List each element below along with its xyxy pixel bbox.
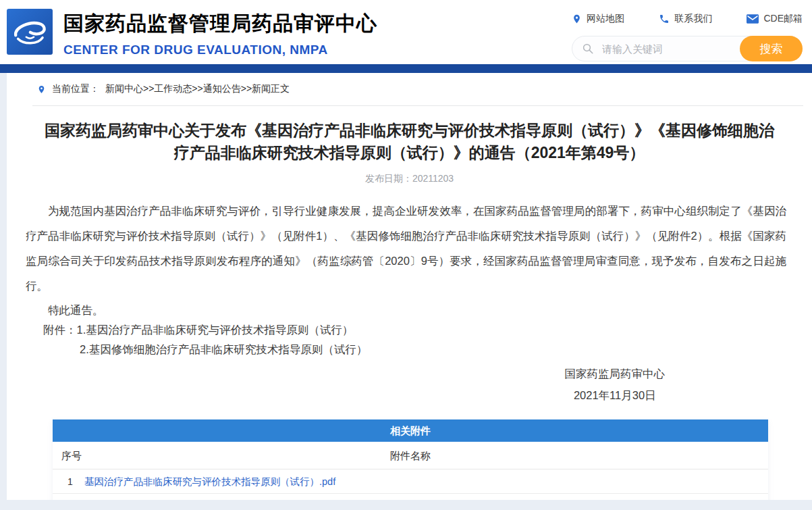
signature-block: 国家药监局药审中心 2021年11月30日	[565, 363, 666, 406]
publish-date: 发布日期：20211203	[7, 173, 812, 185]
contact-link-label: 联系我们	[674, 13, 712, 25]
row-number: 2	[67, 494, 73, 500]
table-row: 1 基因治疗产品非临床研究与评价技术指导原则（试行）.pdf	[53, 469, 768, 494]
breadcrumb-pin-icon	[37, 84, 46, 95]
location-pin-icon	[572, 14, 582, 24]
swan-logo-icon	[12, 17, 47, 47]
row-number: 1	[67, 469, 73, 494]
search-button[interactable]: 搜索	[740, 36, 803, 61]
signature-date: 2021年11月30日	[565, 384, 666, 406]
breadcrumb: 当前位置： 新闻中心>>工作动态>>通知公告>>新闻正文	[7, 73, 812, 95]
attachments-table: 相关附件 序号 附件名称 1 基因治疗产品非临床研究与评价技术指导原则（试行）.…	[53, 419, 768, 500]
publish-date-value: 20211203	[412, 173, 454, 184]
breadcrumb-divider	[32, 105, 803, 106]
cde-logo	[7, 9, 53, 55]
envelope-icon	[747, 14, 759, 24]
publish-date-label: 发布日期：	[365, 173, 412, 184]
signature-org: 国家药监局药审中心	[565, 363, 666, 384]
breadcrumb-label: 当前位置：	[52, 83, 99, 95]
brand-text: 国家药品监督管理局药品审评中心 CENTER FOR DRUG EVALUATI…	[63, 10, 377, 57]
org-title: 国家药品监督管理局药品审评中心	[63, 10, 377, 38]
article-title: 国家药监局药审中心关于发布《基因治疗产品非临床研究与评价技术指导原则（试行）》《…	[44, 120, 775, 164]
attachment-note-1: 附件：1.基因治疗产品非临床研究与评价技术指导原则（试行）	[26, 320, 786, 340]
attachment-note-2: 2.基因修饰细胞治疗产品非临床研究技术指导原则（试行）	[26, 340, 786, 359]
attachments-table-header-row: 序号 附件名称	[53, 442, 768, 469]
cde-mail-link[interactable]: CDE邮箱	[747, 13, 803, 25]
attachment-pdf-link[interactable]: 基因治疗产品非临床研究与评价技术指导原则（试行）.pdf	[84, 476, 335, 487]
table-row: 2 基因修饰细胞治疗产品非临床研究技术指导原则（试行）.pdf	[53, 494, 768, 500]
sitemap-link[interactable]: 网站地图	[572, 13, 624, 25]
sitemap-link-label: 网站地图	[587, 13, 624, 25]
nav-bar	[0, 64, 812, 73]
article-paragraph: 为规范国内基因治疗产品非临床研究与评价，引导行业健康发展，提高企业研发效率，在国…	[26, 199, 786, 299]
page-shell: 当前位置： 新闻中心>>工作动态>>通知公告>>新闻正文 国家药监局药审中心关于…	[0, 73, 812, 510]
article-body: 为规范国内基因治疗产品非临床研究与评价，引导行业健康发展，提高企业研发效率，在国…	[26, 199, 786, 406]
breadcrumb-path[interactable]: 新闻中心>>工作动态>>通知公告>>新闻正文	[105, 83, 290, 95]
notice-line: 特此通告。	[26, 301, 786, 320]
content-panel: 当前位置： 新闻中心>>工作动态>>通知公告>>新闻正文 国家药监局药审中心关于…	[7, 73, 812, 500]
search-bar: 搜索	[572, 36, 803, 61]
column-header-no: 序号	[61, 442, 82, 469]
org-subtitle: CENTER FOR DRUG EVALUATION, NMPA	[63, 43, 377, 57]
header-right: 网站地图 联系我们 CDE邮箱 搜索	[572, 0, 803, 61]
cde-mail-link-label: CDE邮箱	[763, 13, 803, 25]
attachments-table-title: 相关附件	[53, 419, 768, 442]
site-header: 国家药品监督管理局药品审评中心 CENTER FOR DRUG EVALUATI…	[0, 0, 812, 64]
phone-icon	[659, 14, 670, 24]
quick-links: 网站地图 联系我们 CDE邮箱	[572, 13, 803, 25]
column-header-name: 附件名称	[53, 442, 768, 469]
contact-link[interactable]: 联系我们	[659, 13, 712, 25]
search-icon	[582, 43, 594, 55]
